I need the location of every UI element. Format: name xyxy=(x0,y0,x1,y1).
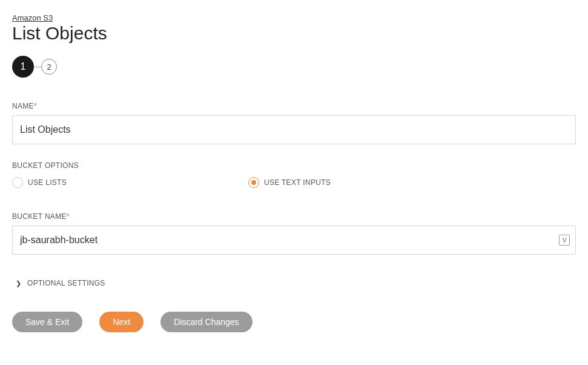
button-row: Save & Exit Next Discard Changes xyxy=(12,312,576,332)
step-2[interactable]: 2 xyxy=(41,59,57,75)
bucket-name-input[interactable] xyxy=(12,226,576,255)
discard-changes-button[interactable]: Discard Changes xyxy=(160,312,252,332)
bucket-name-label: BUCKET NAME* xyxy=(12,212,576,221)
radio-circle-unselected xyxy=(12,177,23,188)
required-indicator: * xyxy=(34,102,37,110)
bucket-options-label: BUCKET OPTIONS xyxy=(12,161,576,170)
bucket-name-input-wrapper: V xyxy=(12,226,576,255)
name-input[interactable] xyxy=(12,115,576,144)
required-indicator: * xyxy=(67,212,70,221)
variable-icon[interactable]: V xyxy=(559,235,570,246)
optional-settings-toggle[interactable]: ❯ OPTIONAL SETTINGS xyxy=(12,279,576,287)
save-exit-button[interactable]: Save & Exit xyxy=(12,312,82,332)
radio-use-text-inputs-label: USE TEXT INPUTS xyxy=(264,178,331,187)
radio-circle-selected xyxy=(248,177,259,188)
bucket-name-field-group: BUCKET NAME* V xyxy=(12,212,576,255)
wizard-stepper: 1 2 xyxy=(12,56,576,78)
name-label-text: NAME xyxy=(12,102,34,110)
bucket-options-radio-row: USE LISTS USE TEXT INPUTS xyxy=(12,177,576,188)
optional-settings-label: OPTIONAL SETTINGS xyxy=(27,279,105,287)
chevron-right-icon: ❯ xyxy=(16,280,21,287)
name-field-group: NAME* xyxy=(12,102,576,144)
page-title: List Objects xyxy=(12,23,576,44)
next-button[interactable]: Next xyxy=(99,312,144,332)
radio-dot xyxy=(251,180,256,185)
name-label: NAME* xyxy=(12,102,576,110)
step-connector xyxy=(34,67,41,67)
breadcrumb-link[interactable]: Amazon S3 xyxy=(12,13,53,22)
radio-use-lists[interactable]: USE LISTS xyxy=(12,177,248,188)
radio-use-lists-label: USE LISTS xyxy=(28,178,67,187)
bucket-name-label-text: BUCKET NAME xyxy=(12,212,67,221)
radio-use-text-inputs[interactable]: USE TEXT INPUTS xyxy=(248,177,484,188)
step-1[interactable]: 1 xyxy=(12,56,34,78)
bucket-options-group: BUCKET OPTIONS USE LISTS USE TEXT INPUTS xyxy=(12,161,576,188)
